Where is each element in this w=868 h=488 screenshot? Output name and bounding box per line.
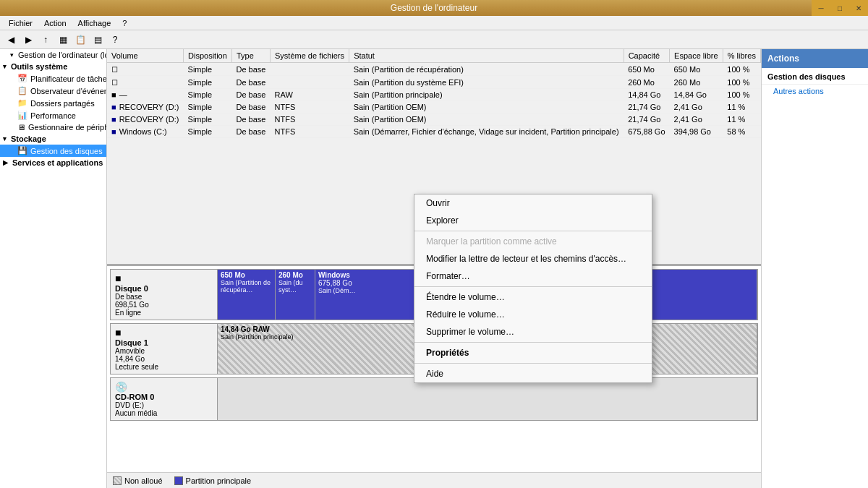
sidebar-gestionnaire-label: Gestionnaire de périphé… bbox=[28, 123, 106, 132]
title-bar: Gestion de l'ordinateur ─ □ ✕ bbox=[0, 0, 868, 16]
disk0-part-recovery[interactable]: 650 Mo Sain (Partition de récupéra… bbox=[218, 270, 276, 320]
sidebar-item-gestion-disques[interactable]: 💾 Gestion des disques bbox=[0, 145, 106, 157]
disk0-icon: ■ bbox=[115, 273, 213, 284]
actions-panel: Actions Gestion des disques Autres actio… bbox=[761, 49, 868, 488]
sidebar-item-planificateur[interactable]: 📅 Planificateur de tâches bbox=[0, 72, 106, 85]
disk0-status: En ligne bbox=[115, 309, 213, 317]
col-status[interactable]: Statut bbox=[349, 49, 624, 63]
window-controls: ─ □ ✕ bbox=[812, 0, 868, 16]
sidebar-dossiers-label: Dossiers partagés bbox=[30, 99, 95, 108]
toolbar-help[interactable]: ? bbox=[107, 32, 123, 48]
ctx-explorer[interactable]: Explorer bbox=[414, 212, 652, 229]
legend-bar: Non alloué Partition principale bbox=[107, 472, 761, 488]
table-row[interactable]: ■RECOVERY (D:) Simple De base NTFS Sain … bbox=[107, 101, 761, 114]
ctx-supprimer[interactable]: Supprimer le volume… bbox=[414, 323, 652, 341]
sidebar-stockage-header[interactable]: ▾ Stockage bbox=[0, 133, 106, 145]
toolbar-forward[interactable]: ▶ bbox=[20, 32, 36, 48]
disques-icon: 💾 bbox=[17, 146, 27, 155]
sidebar-item-gestionnaire[interactable]: 🖥 Gestionnaire de périphé… bbox=[0, 121, 106, 133]
col-capacity[interactable]: Capacité bbox=[624, 49, 669, 63]
sidebar-services-header[interactable]: ▶ Services et applications bbox=[0, 157, 106, 168]
disk0-part-recovery-status: Sain (Partition de récupéra… bbox=[221, 279, 272, 294]
sidebar: ▾ Gestion de l'ordinateur (local) ▾ Outi… bbox=[0, 49, 107, 488]
action-autres-actions[interactable]: Autres actions bbox=[762, 85, 868, 98]
disk0-part-efi[interactable]: 260 Mo Sain (du syst… bbox=[276, 270, 315, 320]
cdrom-name: CD-ROM 0 bbox=[115, 393, 213, 401]
actions-header-label: Actions bbox=[767, 53, 799, 64]
col-type[interactable]: Type bbox=[231, 49, 270, 63]
legend-primary: Partition principale bbox=[174, 476, 252, 485]
maximize-button[interactable]: □ bbox=[830, 0, 849, 16]
table-row[interactable]: ■— Simple De base RAW Sain (Partition pr… bbox=[107, 89, 761, 101]
sidebar-item-performance[interactable]: 📊 Performance bbox=[0, 109, 106, 121]
close-button[interactable]: ✕ bbox=[849, 0, 868, 16]
menu-help[interactable]: ? bbox=[116, 17, 132, 29]
ctx-sep-4 bbox=[414, 363, 652, 364]
disk1-size: 14,84 Go bbox=[115, 355, 213, 363]
menu-action[interactable]: Action bbox=[38, 17, 72, 29]
sidebar-stockage-label: Stockage bbox=[11, 134, 46, 143]
actions-subheader: Gestion des disques bbox=[762, 68, 868, 85]
sidebar-item-dossiers[interactable]: 📁 Dossiers partagés bbox=[0, 97, 106, 109]
disk0-type: De base bbox=[115, 293, 213, 301]
minimize-button[interactable]: ─ bbox=[812, 0, 830, 16]
cdrom-type: DVD (E:) bbox=[115, 401, 213, 409]
table-row[interactable]: ■RECOVERY (D:) Simple De base NTFS Sain … bbox=[107, 114, 761, 126]
disk1-status: Lecture seule bbox=[115, 363, 213, 371]
toolbar-copy[interactable]: 📋 bbox=[72, 32, 88, 48]
col-free[interactable]: Espace libre bbox=[670, 49, 723, 63]
sidebar-disques-label: Gestion des disques bbox=[30, 147, 103, 155]
ctx-proprietes[interactable]: Propriétés bbox=[414, 344, 652, 361]
toolbar-back[interactable]: ◀ bbox=[3, 32, 19, 48]
disk-label-cdrom: 💿 CD-ROM 0 DVD (E:) Aucun média bbox=[111, 378, 218, 420]
toolbar-show-hide[interactable]: ▦ bbox=[55, 32, 71, 48]
menu-affichage[interactable]: Affichage bbox=[72, 17, 117, 29]
ctx-formater[interactable]: Formater… bbox=[414, 267, 652, 285]
col-disposition[interactable]: Disposition bbox=[184, 49, 232, 63]
table-row[interactable]: ◻ Simple De base Sain (Partition du syst… bbox=[107, 76, 761, 89]
sidebar-performance-label: Performance bbox=[30, 111, 76, 120]
sidebar-group-outils: ▾ Outils système 📅 Planificateur de tâch… bbox=[0, 61, 106, 133]
disk0-size: 698,51 Go bbox=[115, 301, 213, 309]
disk0-part-recovery-name: 650 Mo bbox=[221, 271, 272, 279]
context-menu: Ouvrir Explorer Marquer la partition com… bbox=[414, 194, 652, 383]
sidebar-root[interactable]: ▾ Gestion de l'ordinateur (local) bbox=[0, 49, 106, 61]
col-filesystem[interactable]: Système de fichiers bbox=[271, 49, 349, 63]
disk1-name: Disque 1 bbox=[115, 338, 213, 347]
sidebar-outils-label: Outils système bbox=[11, 62, 67, 71]
cdrom-partitions bbox=[218, 378, 757, 420]
col-volume[interactable]: Volume bbox=[107, 49, 184, 63]
ctx-etendre[interactable]: Étendre le volume… bbox=[414, 288, 652, 306]
ctx-aide[interactable]: Aide bbox=[414, 365, 652, 382]
gestionnaire-icon: 🖥 bbox=[17, 123, 25, 132]
legend-unalloc: Non alloué bbox=[113, 476, 163, 485]
sidebar-group-stockage: ▾ Stockage 💾 Gestion des disques bbox=[0, 133, 106, 157]
ctx-modifier-lettre[interactable]: Modifier la lettre de lecteur et les che… bbox=[414, 250, 652, 267]
legend-primary-label: Partition principale bbox=[186, 476, 252, 485]
legend-primary-box bbox=[174, 476, 183, 485]
disk-table-body: ◻ Simple De base Sain (Partition de récu… bbox=[107, 63, 761, 138]
ctx-reduire[interactable]: Réduire le volume… bbox=[414, 306, 652, 323]
disk-table: Volume Disposition Type Système de fichi… bbox=[107, 49, 761, 138]
performance-icon: 📊 bbox=[17, 111, 27, 120]
actions-section-label: Gestion des disques bbox=[767, 72, 846, 81]
menu-bar: Fichier Action Affichage ? bbox=[0, 16, 868, 30]
sidebar-outils-header[interactable]: ▾ Outils système bbox=[0, 61, 106, 72]
cdrom-icon: 💿 bbox=[115, 381, 213, 393]
cdrom-media: Aucun média bbox=[115, 409, 213, 417]
table-row[interactable]: ◻ Simple De base Sain (Partition de récu… bbox=[107, 63, 761, 76]
sidebar-planificateur-label: Planificateur de tâches bbox=[30, 74, 106, 83]
disk-label-0: ■ Disque 0 De base 698,51 Go En ligne bbox=[111, 270, 218, 320]
ctx-marquer: Marquer la partition comme active bbox=[414, 233, 652, 250]
observateur-icon: 📋 bbox=[17, 86, 27, 95]
ctx-sep-2 bbox=[414, 286, 652, 287]
col-pct[interactable]: % libres bbox=[723, 49, 760, 63]
toolbar-up[interactable]: ↑ bbox=[38, 32, 54, 48]
toolbar-view[interactable]: ▤ bbox=[90, 32, 106, 48]
ctx-ouvrir[interactable]: Ouvrir bbox=[414, 194, 652, 212]
dossiers-icon: 📁 bbox=[17, 98, 27, 108]
menu-fichier[interactable]: Fichier bbox=[3, 17, 38, 29]
ctx-sep-3 bbox=[414, 342, 652, 343]
sidebar-item-observateur[interactable]: 📋 Observateur d'événements bbox=[0, 85, 106, 97]
table-row[interactable]: ■Windows (C:) Simple De base NTFS Sain (… bbox=[107, 126, 761, 138]
